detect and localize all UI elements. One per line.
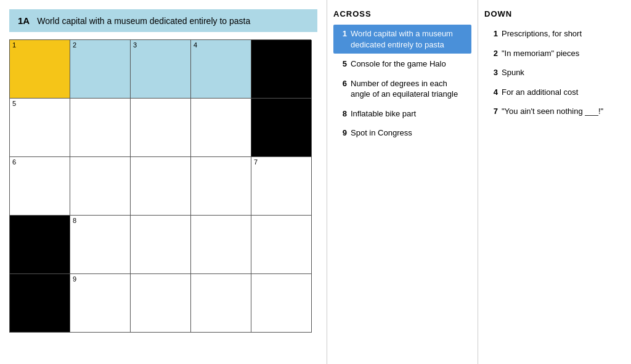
clue-number: 1 (338, 28, 347, 50)
grid-cell-r3-c4[interactable] (251, 216, 312, 274)
grid-cell-r1-c4[interactable] (251, 99, 312, 157)
grid-cell-r3-c0[interactable] (10, 216, 70, 274)
down-clue-2[interactable]: 2"In memoriam" pieces (484, 44, 625, 63)
cell-number: 6 (12, 159, 16, 166)
grid-cell-r3-c2[interactable] (131, 216, 191, 274)
clue-number: 4 (489, 87, 498, 98)
cell-number: 1 (12, 42, 16, 49)
down-clue-3[interactable]: 3Spunk (484, 63, 625, 82)
crossword-grid[interactable]: 123456789 (9, 39, 311, 333)
across-clue-8[interactable]: 8Inflatable bike part (333, 105, 471, 123)
grid-cell-r2-c1[interactable] (70, 157, 131, 216)
clue-number: 7 (489, 106, 498, 117)
across-clue-1[interactable]: 1World capital with a museum dedicated e… (333, 25, 471, 54)
clue-text: Spunk (502, 67, 620, 78)
cell-number: 4 (193, 42, 197, 49)
clue-text: Number of degrees in each angle of an eq… (351, 78, 466, 100)
down-clue-7[interactable]: 7"You ain't seen nothing ___!" (484, 102, 625, 121)
clue-text: Inflatable bike part (351, 108, 466, 119)
clue-number: 2 (489, 48, 498, 59)
down-title: DOWN (484, 9, 625, 18)
clue-number: 6 (338, 78, 347, 100)
clue-text: "In memoriam" pieces (502, 48, 620, 59)
cell-number: 2 (73, 42, 76, 49)
across-clue-5[interactable]: 5Console for the game Halo (333, 55, 471, 73)
clue-number: 9 (338, 127, 347, 139)
cell-number: 5 (12, 100, 16, 107)
grid-cell-r0-c2[interactable]: 3 (131, 40, 191, 99)
cell-number: 8 (73, 217, 76, 224)
crossword-panel: 1A World capital with a museum dedicated… (0, 0, 327, 364)
grid-cell-r4-c3[interactable] (191, 274, 251, 333)
grid-cell-r1-c2[interactable] (131, 99, 191, 157)
grid-cell-r3-c3[interactable] (191, 216, 251, 274)
down-panel: DOWN 1Prescriptions, for short2"In memor… (478, 0, 631, 364)
active-clue-number: 1A (18, 15, 30, 26)
grid-cell-r0-c0[interactable]: 1 (10, 40, 70, 99)
down-clue-1[interactable]: 1Prescriptions, for short (484, 25, 625, 43)
grid-cell-r2-c0[interactable]: 6 (10, 157, 70, 216)
grid-cell-r0-c4[interactable] (251, 40, 312, 99)
clue-text: Prescriptions, for short (502, 28, 620, 39)
cell-number: 9 (73, 276, 76, 283)
clue-text: Console for the game Halo (351, 59, 466, 70)
clue-text: World capital with a museum dedicated en… (351, 28, 466, 50)
active-clue-header: 1A World capital with a museum dedicated… (9, 9, 317, 32)
down-clue-4[interactable]: 4For an additional cost (484, 83, 625, 102)
clue-number: 3 (489, 67, 498, 78)
clue-text: For an additional cost (502, 87, 620, 98)
clue-number: 1 (489, 28, 498, 39)
clue-text: "You ain't seen nothing ___!" (502, 106, 620, 117)
grid-cell-r4-c2[interactable] (131, 274, 191, 333)
across-clue-9[interactable]: 9Spot in Congress (333, 124, 471, 142)
clue-text: Spot in Congress (351, 127, 466, 139)
grid-cell-r2-c4[interactable]: 7 (251, 157, 312, 216)
cell-number: 3 (133, 42, 137, 49)
grid-cell-r4-c4[interactable] (251, 274, 312, 333)
across-clue-6[interactable]: 6Number of degrees in each angle of an e… (333, 75, 471, 103)
grid-cell-r2-c2[interactable] (131, 157, 191, 216)
grid-cell-r4-c0[interactable] (10, 274, 70, 333)
clue-number: 5 (338, 59, 347, 70)
active-clue-text: World capital with a museum dedicated en… (37, 16, 250, 26)
grid-cell-r4-c1[interactable]: 9 (70, 274, 131, 333)
grid-cell-r1-c0[interactable]: 5 (10, 99, 70, 157)
across-panel: ACROSS 1World capital with a museum dedi… (327, 0, 478, 364)
grid-cell-r0-c3[interactable]: 4 (191, 40, 251, 99)
cell-number: 7 (254, 159, 258, 166)
grid-cell-r3-c1[interactable]: 8 (70, 216, 131, 274)
down-clue-list: 1Prescriptions, for short2"In memoriam" … (484, 25, 625, 122)
grid-cell-r2-c3[interactable] (191, 157, 251, 216)
grid-cell-r1-c3[interactable] (191, 99, 251, 157)
clue-number: 8 (338, 108, 347, 119)
grid-cell-r0-c1[interactable]: 2 (70, 40, 131, 99)
across-title: ACROSS (333, 9, 471, 18)
across-clue-list: 1World capital with a museum dedicated e… (333, 25, 471, 144)
grid-cell-r1-c1[interactable] (70, 99, 131, 157)
